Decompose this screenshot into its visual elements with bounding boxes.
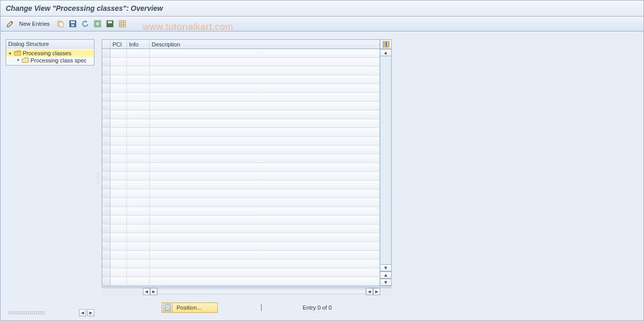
table-row[interactable] [102,110,380,119]
main-grid-area: PCl Info Description ▲ ▼ ▲ ▼ [100,34,394,320]
table-row[interactable] [102,268,380,277]
scroll-down2-icon[interactable]: ▼ [380,279,391,286]
scroll-up2-icon[interactable]: ▲ [380,271,391,279]
position-button[interactable]: Position... [162,302,217,313]
grid-col-description[interactable]: Description [150,40,380,49]
svg-rect-15 [383,42,385,47]
table-row[interactable] [102,84,380,93]
table-row[interactable] [102,67,380,75]
tree-toggle-icon[interactable]: ▾ [7,51,12,56]
position-button-label: Position... [176,304,201,311]
sidebar-scroll-left-icon[interactable]: ◄ [79,309,86,316]
empty-space [394,34,643,320]
table-row[interactable] [102,172,380,181]
tree-node-processing-classes[interactable]: ▾ Processing classes [6,50,94,57]
tree-node-label: Processing class spec [30,57,87,63]
dialog-structure-sidebar: Dialog Structure ▾ Processing classes • [1,34,96,320]
table-row[interactable] [102,102,380,110]
table-row[interactable] [102,189,380,198]
table-row[interactable] [102,242,380,251]
grid-body[interactable] [102,49,380,286]
svg-rect-4 [71,24,74,26]
application-toolbar: New Entries [1,17,643,31]
svg-rect-6 [95,22,100,26]
scroll-up-icon[interactable]: ▲ [380,49,391,56]
grid-col-info[interactable]: Info [127,40,150,49]
hscroll-left2-icon[interactable]: ◄ [366,288,373,295]
position-icon [163,303,172,312]
grid-header: PCl Info Description [102,40,380,49]
page-title: Change View "Processing classes": Overvi… [1,1,643,17]
svg-rect-3 [71,21,75,23]
undo-icon[interactable] [81,19,90,28]
table-row[interactable] [102,251,380,260]
folder-closed-icon [22,57,29,63]
sidebar-resizer[interactable] [96,34,100,320]
svg-rect-17 [388,42,389,47]
table-row[interactable] [102,58,380,67]
table-row[interactable] [102,260,380,268]
table-row[interactable] [102,224,380,233]
sidebar-header: Dialog Structure [6,40,94,49]
svg-rect-8 [108,21,112,23]
grid-horizontal-scrollbar[interactable]: ◄ ► ◄ ► [102,287,392,295]
table-settings-icon[interactable] [118,19,127,28]
sidebar-drag-handle[interactable] [9,311,45,314]
table-row[interactable] [102,207,380,216]
table-row[interactable] [102,146,380,154]
scroll-down-icon[interactable]: ▼ [380,264,391,271]
sidebar-scroll-right-icon[interactable]: ► [87,309,94,316]
save-variant-icon[interactable] [105,19,115,28]
table-row[interactable] [102,154,380,163]
hscroll-right2-icon[interactable]: ► [373,288,380,295]
svg-rect-1 [59,22,63,27]
grid-config-icon[interactable] [380,40,391,49]
select-all-icon[interactable] [93,19,102,28]
new-entries-button[interactable]: New Entries [18,21,53,27]
position-cursor [261,304,262,311]
hscroll-left-icon[interactable]: ◄ [143,288,150,295]
grid-vertical-scrollbar[interactable]: ▲ ▼ ▲ ▼ [380,49,391,286]
table-row[interactable] [102,163,380,172]
svg-rect-16 [385,42,387,47]
table-row[interactable] [102,137,380,146]
table-row[interactable] [102,119,380,128]
svg-rect-9 [119,21,125,27]
svg-rect-19 [166,307,169,308]
table-row[interactable] [102,277,380,286]
table-row[interactable] [102,233,380,242]
table-row[interactable] [102,128,380,137]
table-row[interactable] [102,75,380,84]
table-row[interactable] [102,216,380,224]
tree-node-processing-class-spec[interactable]: • Processing class spec [6,57,94,64]
copy-icon[interactable] [56,19,65,28]
hscroll-right-icon[interactable]: ► [150,288,157,295]
grid-col-pcl[interactable]: PCl [110,40,127,49]
dialog-structure-tree[interactable]: ▾ Processing classes • Processing class … [6,49,94,65]
table-row[interactable] [102,198,380,207]
table-row[interactable] [102,49,380,58]
save-icon[interactable] [68,19,77,28]
tree-node-label: Processing classes [23,50,71,56]
table-row[interactable] [102,93,380,102]
folder-open-icon [14,50,21,56]
tree-bullet-icon: • [16,58,20,63]
grid-select-all[interactable] [102,40,110,49]
entry-count-text: Entry 0 of 0 [303,304,332,311]
edit-icon[interactable] [6,19,15,28]
table-row[interactable] [102,181,380,189]
